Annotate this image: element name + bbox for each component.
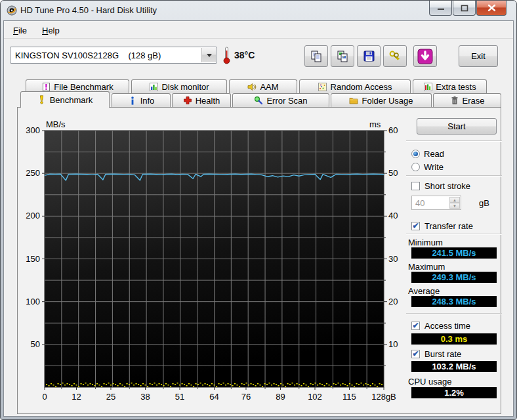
- trash-icon: [450, 96, 459, 105]
- burst-rate-label: Burst rate: [424, 349, 461, 359]
- magnifier-icon: [254, 96, 263, 105]
- drive-select-dropdown[interactable]: [201, 48, 216, 62]
- folder-icon: [349, 96, 358, 105]
- y-right-axis-label: ms: [369, 119, 381, 129]
- tab-erase[interactable]: Erase: [433, 93, 501, 107]
- tab-disk-monitor[interactable]: Disk monitor: [131, 79, 227, 93]
- tab-benchmark[interactable]: Benchmark: [20, 91, 110, 108]
- tab-info[interactable]: Info: [112, 93, 171, 107]
- separator: [406, 234, 502, 235]
- read-label: Read: [424, 149, 444, 159]
- chevron-down-icon: [207, 54, 212, 57]
- temperature-value: 38°C: [234, 50, 255, 60]
- tab-error-scan[interactable]: Error Scan: [232, 93, 329, 107]
- access-time-checkbox[interactable]: ✔: [411, 322, 420, 330]
- drive-select[interactable]: KINGSTON SV100S2128G (128 gB): [10, 47, 217, 64]
- scatter-icon: [318, 82, 327, 91]
- minimize-button[interactable]: [429, 1, 452, 16]
- capture-button[interactable]: [413, 45, 437, 67]
- minimum-label: Minimum: [408, 238, 443, 247]
- window-title: HD Tune Pro 4.50 - Hard Disk Utility: [20, 5, 157, 15]
- short-stroke-size-field[interactable]: 40 ▲ ▼: [411, 196, 461, 210]
- tab-random-access[interactable]: Random Access: [299, 79, 411, 93]
- menu-bar: File Help: [4, 21, 513, 39]
- exit-button[interactable]: Exit: [459, 45, 498, 67]
- average-label: Average: [408, 286, 440, 296]
- speaker-icon: [247, 82, 257, 91]
- close-button[interactable]: [476, 1, 507, 16]
- average-value: 248.3 MB/s: [411, 296, 497, 307]
- burst-rate-value: 103.2 MB/s: [411, 361, 497, 372]
- separator: [406, 175, 502, 177]
- app-window: HD Tune Pro 4.50 - Hard Disk Utility Fil…: [0, 0, 517, 420]
- read-radio[interactable]: [411, 150, 420, 158]
- maximize-button[interactable]: [453, 1, 476, 16]
- minimum-value: 241.5 MB/s: [411, 247, 497, 259]
- menu-help[interactable]: Help: [38, 24, 64, 37]
- copy-image-button[interactable]: [331, 45, 354, 67]
- info-icon: [128, 96, 137, 105]
- file-benchmark-icon: [41, 82, 51, 91]
- title-bar[interactable]: HD Tune Pro 4.50 - Hard Disk Utility: [1, 1, 516, 20]
- short-stroke-label: Short stroke: [424, 181, 470, 191]
- access-time-label: Access time: [424, 321, 470, 331]
- benchmark-page: MB/s ms 50100150200250300 102030405060 0…: [17, 107, 501, 414]
- down-arrow-icon: [417, 49, 433, 64]
- cpu-usage-label: CPU usage: [408, 377, 451, 387]
- spinner-down-icon[interactable]: ▼: [449, 203, 460, 209]
- options-button[interactable]: [383, 45, 407, 67]
- tab-folder-usage[interactable]: Folder Usage: [331, 93, 432, 107]
- copy-text-button[interactable]: [304, 45, 328, 67]
- copy-image-icon: [336, 50, 349, 63]
- access-time-value: 0.3 ms: [411, 333, 497, 345]
- maximum-label: Maximum: [408, 262, 445, 272]
- separator: [406, 313, 502, 314]
- transfer-rate-label: Transfer rate: [424, 221, 473, 231]
- copy-icon: [310, 50, 323, 63]
- client-area: File Help KINGSTON SV100S2128G (128 gB) …: [3, 20, 514, 417]
- short-stroke-checkbox[interactable]: [411, 182, 420, 190]
- maximum-value: 249.3 MB/s: [411, 272, 497, 283]
- write-label: Write: [424, 162, 444, 172]
- thermometer-icon: [222, 46, 232, 67]
- benchmark-icon: [37, 95, 47, 104]
- tab-extra-tests[interactable]: Extra tests: [413, 79, 487, 93]
- tab-health[interactable]: Health: [172, 93, 231, 107]
- keys-icon: [388, 50, 402, 63]
- save-icon: [363, 50, 375, 62]
- transfer-rate-checkbox[interactable]: ✔: [411, 222, 420, 230]
- short-stroke-size-value: 40: [415, 198, 424, 208]
- disk-monitor-icon: [149, 82, 158, 91]
- spinner-up-icon[interactable]: ▲: [449, 197, 460, 203]
- menu-file[interactable]: File: [9, 24, 31, 37]
- y-left-axis-label: MB/s: [46, 119, 66, 129]
- cpu-usage-value: 1.2%: [411, 387, 497, 398]
- write-radio[interactable]: [411, 163, 420, 171]
- tab-aam[interactable]: AAM: [229, 79, 297, 93]
- start-button[interactable]: Start: [417, 118, 497, 135]
- spinner-buttons[interactable]: ▲ ▼: [449, 197, 460, 209]
- drive-select-value: KINGSTON SV100S2128G (128 gB): [15, 51, 161, 60]
- app-icon: [7, 5, 17, 16]
- health-cross-icon: [183, 96, 192, 105]
- save-button[interactable]: [357, 45, 381, 67]
- burst-rate-checkbox[interactable]: ✔: [411, 350, 420, 358]
- short-stroke-unit: gB: [479, 198, 489, 208]
- exit-label: Exit: [471, 51, 486, 61]
- extra-tests-icon: [423, 82, 432, 91]
- separator: [406, 140, 502, 142]
